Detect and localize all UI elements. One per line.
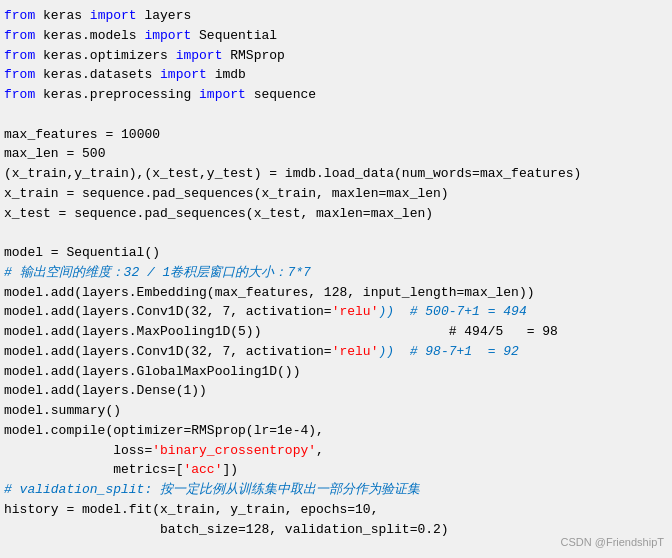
code-line: from keras.models import Sequential <box>4 26 668 46</box>
code-line: model.add(layers.MaxPooling1D(5)) # 494/… <box>4 322 668 342</box>
code-line: x_test = sequence.pad_sequences(x_test, … <box>4 204 668 224</box>
code-line: max_features = 10000 <box>4 125 668 145</box>
code-line: model.add(layers.Conv1D(32, 7, activatio… <box>4 342 668 362</box>
code-line: model.add(layers.Conv1D(32, 7, activatio… <box>4 302 668 322</box>
code-line: from keras import layers <box>4 6 668 26</box>
code-line: model.add(layers.GlobalMaxPooling1D()) <box>4 362 668 382</box>
code-line: loss='binary_crossentropy', <box>4 441 668 461</box>
code-block: from keras import layersfrom keras.model… <box>4 6 668 539</box>
code-line: # 输出空间的维度：32 / 1卷积层窗口的大小：7*7 <box>4 263 668 283</box>
watermark: CSDN @FriendshipT <box>561 534 664 551</box>
code-line: model.add(layers.Embedding(max_features,… <box>4 283 668 303</box>
code-line: # validation_split: 按一定比例从训练集中取出一部分作为验证集 <box>4 480 668 500</box>
code-line <box>4 223 668 243</box>
code-line: model = Sequential() <box>4 243 668 263</box>
code-container: from keras import layersfrom keras.model… <box>0 0 672 558</box>
code-line <box>4 105 668 125</box>
code-line: model.compile(optimizer=RMSprop(lr=1e-4)… <box>4 421 668 441</box>
code-line: model.add(layers.Dense(1)) <box>4 381 668 401</box>
code-line: x_train = sequence.pad_sequences(x_train… <box>4 184 668 204</box>
code-line: metrics=['acc']) <box>4 460 668 480</box>
code-line: (x_train,y_train),(x_test,y_test) = imdb… <box>4 164 668 184</box>
code-line: model.summary() <box>4 401 668 421</box>
code-line: from keras.datasets import imdb <box>4 65 668 85</box>
code-line: from keras.preprocessing import sequence <box>4 85 668 105</box>
code-line: history = model.fit(x_train, y_train, ep… <box>4 500 668 520</box>
code-line: from keras.optimizers import RMSprop <box>4 46 668 66</box>
code-line: max_len = 500 <box>4 144 668 164</box>
